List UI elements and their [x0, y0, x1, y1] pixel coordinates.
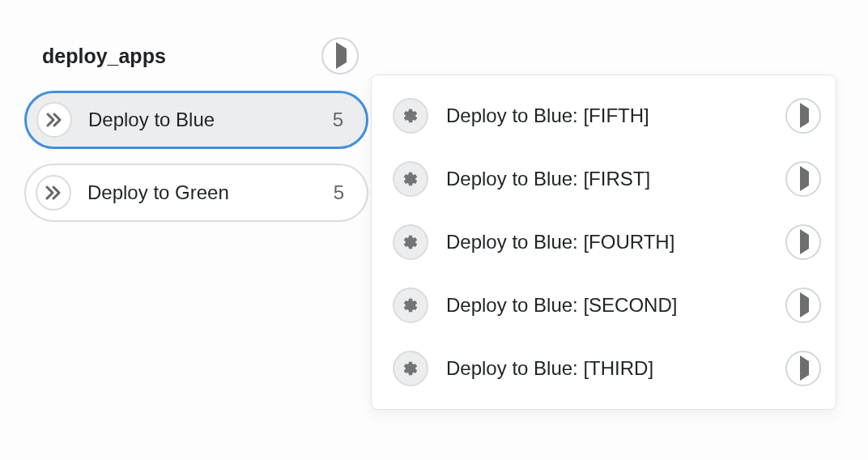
- job-pill-deploy-to-blue[interactable]: Deploy to Blue 5: [24, 91, 368, 149]
- subjob-label: Deploy to Blue: [FOURTH]: [446, 231, 785, 253]
- job-label: Deploy to Blue: [88, 109, 333, 131]
- gear-icon: [393, 288, 428, 323]
- subjob-run-button[interactable]: [785, 98, 821, 134]
- subjob-run-button[interactable]: [785, 351, 821, 386]
- job-pill-deploy-to-green[interactable]: Deploy to Green 5: [24, 164, 368, 222]
- job-label: Deploy to Green: [87, 181, 334, 204]
- play-icon: [798, 361, 809, 376]
- subjob-label: Deploy to Blue: [THIRD]: [446, 357, 785, 380]
- subjob-row[interactable]: Deploy to Blue: [FOURTH]: [393, 216, 821, 268]
- play-icon: [798, 298, 809, 313]
- play-icon: [798, 172, 809, 186]
- gear-icon: [393, 98, 428, 134]
- subjob-label: Deploy to Blue: [FIFTH]: [446, 104, 785, 127]
- job-count-badge: 5: [333, 109, 343, 131]
- play-icon: [798, 235, 809, 249]
- stage-header: deploy_apps: [24, 37, 368, 84]
- expand-icon: [36, 175, 71, 211]
- subjob-run-button[interactable]: [785, 288, 821, 323]
- gear-icon: [393, 224, 428, 260]
- subjob-label: Deploy to Blue: [FIRST]: [446, 168, 785, 190]
- subjob-row[interactable]: Deploy to Blue: [SECOND]: [393, 279, 821, 331]
- gear-icon: [393, 351, 428, 386]
- stage-run-button[interactable]: [321, 37, 359, 75]
- subjobs-popover: Deploy to Blue: [FIFTH] Deploy to Blue: …: [371, 75, 836, 410]
- expand-icon: [36, 102, 72, 138]
- subjob-row[interactable]: Deploy to Blue: [FIFTH]: [393, 90, 821, 142]
- play-icon: [334, 49, 347, 63]
- gear-icon: [393, 161, 428, 197]
- stage-column: deploy_apps Deploy to Blue 5: [24, 37, 368, 222]
- stage-title: deploy_apps: [42, 45, 166, 68]
- subjob-run-button[interactable]: [785, 161, 821, 197]
- subjob-label: Deploy to Blue: [SECOND]: [446, 294, 785, 317]
- subjob-run-button[interactable]: [785, 224, 821, 260]
- subjob-row[interactable]: Deploy to Blue: [FIRST]: [393, 153, 821, 205]
- job-count-badge: 5: [334, 181, 344, 204]
- subjob-row[interactable]: Deploy to Blue: [THIRD]: [393, 343, 821, 394]
- play-icon: [798, 109, 809, 123]
